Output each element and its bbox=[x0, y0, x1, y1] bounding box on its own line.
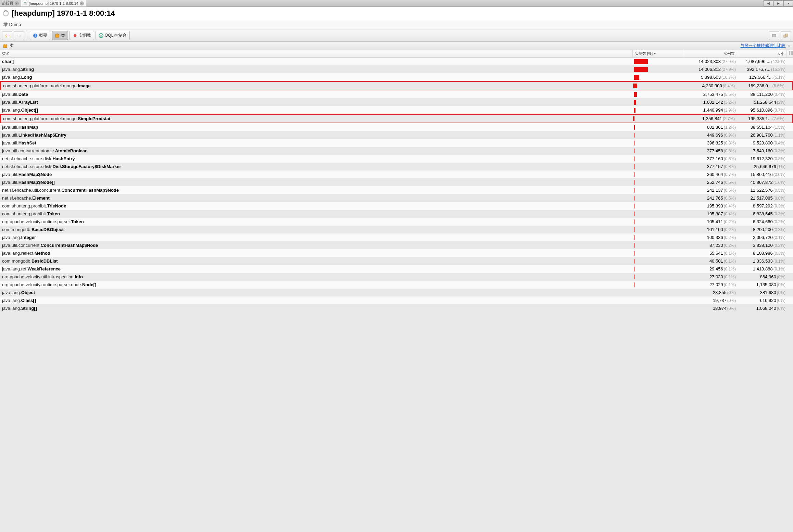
table-row[interactable]: java.lang.Long5,398,603(10.7%)129,566,4.… bbox=[0, 73, 793, 81]
cell-classname: java.lang.Long bbox=[0, 74, 633, 80]
cell-bar bbox=[633, 67, 684, 72]
svg-rect-11 bbox=[3, 45, 7, 48]
cell-size: 21,517,085(0.8%) bbox=[737, 195, 787, 201]
table-row[interactable]: java.util.concurrent.atomic.AtomicBoolea… bbox=[0, 147, 793, 155]
cell-classname: java.lang.ref.WeakReference bbox=[0, 266, 633, 272]
table-row[interactable]: org.apache.velocity.runtime.parser.node.… bbox=[0, 281, 793, 289]
cell-instances: 1,602,142(3.2%) bbox=[684, 100, 737, 105]
cell-classname: com.mongodb.BasicDBList bbox=[0, 258, 633, 264]
col-classname[interactable]: 类名 bbox=[0, 50, 633, 57]
oql-button[interactable]: Q OQL 控制台 bbox=[96, 31, 130, 40]
table-row[interactable]: java.lang.Class[]19,737(0%)616,920(0%) bbox=[0, 296, 793, 304]
table-row[interactable]: char[]14,023,808(27.9%)1,087,996,...(42.… bbox=[0, 58, 793, 65]
cell-classname: char[] bbox=[0, 58, 633, 65]
table-row[interactable]: java.lang.String14,006,312(27.9%)392,176… bbox=[0, 65, 793, 73]
forward-button[interactable]: ⇨ bbox=[14, 31, 24, 40]
cell-classname: java.util.LinkedHashMap$Entry bbox=[0, 132, 633, 138]
cell-bar bbox=[633, 133, 684, 138]
next-button[interactable]: ▶ bbox=[773, 0, 783, 7]
cell-bar bbox=[633, 172, 684, 177]
cell-instances: 105,411(0.2%) bbox=[684, 219, 737, 224]
table-row[interactable]: java.util.HashMap$Node[]252,746(0.5%)40,… bbox=[0, 178, 793, 186]
cell-classname: java.util.HashSet bbox=[0, 140, 633, 146]
cell-size: 8,597,292(0.3%) bbox=[737, 203, 787, 208]
close-icon[interactable]: × bbox=[15, 1, 19, 5]
table-row[interactable]: com.shunteng.platform.model.mongo.Simple… bbox=[0, 114, 793, 124]
cell-size: 95,610,896(3.7%) bbox=[737, 107, 787, 113]
cell-instances: 27,030(0.1%) bbox=[684, 274, 737, 279]
table-row[interactable]: com.shunteng.platform.model.mongo.Image4… bbox=[0, 81, 793, 91]
cell-classname: java.lang.reflect.Method bbox=[0, 250, 633, 256]
cell-bar bbox=[633, 188, 684, 193]
table-row[interactable]: org.apache.velocity.util.introspection.I… bbox=[0, 273, 793, 281]
cell-classname: java.util.ArrayList bbox=[0, 99, 633, 105]
toolbar-dock-button[interactable] bbox=[769, 31, 779, 40]
menu-button[interactable]: ▾ bbox=[783, 0, 793, 7]
cell-classname: com.shunteng.platform.model.mongo.Image bbox=[1, 83, 632, 89]
cell-size: 195,385,1...(7.6%) bbox=[736, 116, 786, 121]
cell-size: 1,135,080(0%) bbox=[737, 282, 787, 287]
classes-button[interactable]: 类 bbox=[52, 31, 68, 40]
arrow-left-icon: ⇦ bbox=[5, 32, 10, 39]
table-row[interactable]: java.util.HashMap602,361(1.2%)38,551,104… bbox=[0, 123, 793, 131]
cell-bar bbox=[633, 267, 684, 271]
table-row[interactable]: java.util.HashMap$Node360,464(0.7%)15,86… bbox=[0, 170, 793, 178]
subtitle: 堆 Dump bbox=[0, 20, 793, 29]
summary-button[interactable]: i 概要 bbox=[30, 31, 50, 40]
btn-label: 概要 bbox=[39, 33, 47, 38]
cell-instances: 195,387(0.4%) bbox=[684, 211, 737, 216]
table-row[interactable]: org.apache.velocity.runtime.parser.Token… bbox=[0, 218, 793, 226]
cell-bar bbox=[633, 149, 684, 153]
tab-heapdump[interactable]: [heapdump] 1970-1-1 8:00:14 × bbox=[21, 0, 86, 7]
table-row[interactable]: java.lang.reflect.Method55,541(0.1%)8,10… bbox=[0, 249, 793, 257]
cell-size: 169,236,0...(6.6%) bbox=[736, 83, 786, 88]
tab-start[interactable]: 起始页 × bbox=[0, 0, 21, 7]
columns-icon bbox=[789, 51, 793, 55]
file-icon bbox=[23, 1, 27, 5]
instances-button[interactable]: 实例数 bbox=[70, 31, 94, 40]
table-row[interactable]: java.util.Date2,753,475(5.5%)88,111,200(… bbox=[0, 90, 793, 98]
cell-bar bbox=[633, 204, 684, 208]
table-row[interactable]: net.sf.ehcache.store.disk.HashEntry377,1… bbox=[0, 155, 793, 163]
table-row[interactable]: com.mongodb.BasicDBList40,501(0.1%)1,336… bbox=[0, 257, 793, 265]
prev-button[interactable]: ◀ bbox=[764, 0, 773, 7]
table-row[interactable]: net.sf.ehcache.util.concurrent.Concurren… bbox=[0, 186, 793, 194]
table-row[interactable]: com.shunteng.probibit.Token195,387(0.4%)… bbox=[0, 210, 793, 218]
col-settings[interactable] bbox=[787, 50, 793, 57]
table-row[interactable]: com.mongodb.BasicDBObject101,100(0.2%)8,… bbox=[0, 226, 793, 233]
table-row[interactable]: java.lang.Integer100,336(0.2%)2,006,720(… bbox=[0, 233, 793, 241]
svg-rect-12 bbox=[789, 51, 790, 55]
cell-size: 1,336,533(0.1%) bbox=[737, 258, 787, 264]
table-body[interactable]: char[]14,023,808(27.9%)1,087,996,...(42.… bbox=[0, 58, 793, 312]
close-icon[interactable]: × bbox=[788, 43, 790, 48]
cell-size: 38,551,104(1.5%) bbox=[737, 125, 787, 130]
cell-instances: 377,157(0.8%) bbox=[684, 164, 737, 169]
close-icon[interactable]: × bbox=[80, 1, 84, 5]
col-size[interactable]: 大小 bbox=[737, 50, 787, 57]
table-row[interactable]: java.lang.Object23,855(0%)381,680(0%) bbox=[0, 289, 793, 296]
back-button[interactable]: ⇦ bbox=[2, 31, 12, 40]
col-label: 实例数 [%] bbox=[635, 51, 653, 56]
table-row[interactable]: java.util.concurrent.ConcurrentHashMap$N… bbox=[0, 241, 793, 249]
cell-size: 26,981,760(1.1%) bbox=[737, 132, 787, 138]
cell-classname: java.lang.String bbox=[0, 66, 633, 73]
col-instances[interactable]: 实例数 bbox=[684, 50, 737, 57]
table-row[interactable]: java.lang.String[]18,974(0%)1,068,040(0%… bbox=[0, 304, 793, 312]
col-instances-pct[interactable]: 实例数 [%] ▼ bbox=[633, 50, 684, 57]
table-row[interactable]: com.shunteng.probibit.TrieNode195,393(0.… bbox=[0, 202, 793, 210]
cell-size: 3,838,120(0.2%) bbox=[737, 243, 787, 248]
compare-link[interactable]: 与另一个堆转储进行比较 bbox=[740, 43, 785, 49]
toolbar-detach-button[interactable] bbox=[781, 31, 791, 40]
table-row[interactable]: java.util.LinkedHashMap$Entry449,696(0.9… bbox=[0, 131, 793, 139]
cell-bar bbox=[633, 196, 684, 201]
table-row[interactable]: net.sf.ehcache.store.disk.DiskStorageFac… bbox=[0, 163, 793, 170]
table-row[interactable]: java.lang.Object[]1,440,994(2.9%)95,610,… bbox=[0, 106, 793, 114]
cell-size: 1,068,040(0%) bbox=[737, 306, 787, 311]
svg-rect-4 bbox=[55, 35, 59, 37]
cell-size: 8,108,986(0.3%) bbox=[737, 251, 787, 256]
cell-instances: 396,825(0.8%) bbox=[684, 140, 737, 145]
table-row[interactable]: java.util.HashSet396,825(0.8%)9,523,800(… bbox=[0, 139, 793, 147]
table-row[interactable]: java.util.ArrayList1,602,142(3.2%)51,268… bbox=[0, 98, 793, 106]
table-row[interactable]: java.lang.ref.WeakReference29,456(0.1%)1… bbox=[0, 265, 793, 273]
table-row[interactable]: net.sf.ehcache.Element241,765(0.5%)21,51… bbox=[0, 194, 793, 202]
